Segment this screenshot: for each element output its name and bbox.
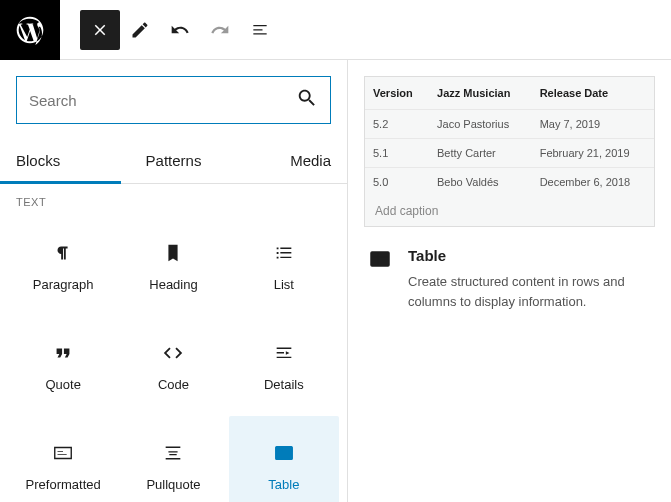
tab-blocks[interactable]: Blocks	[0, 140, 121, 184]
document-overview-button[interactable]	[240, 10, 280, 50]
block-preformatted[interactable]: Preformatted	[8, 416, 118, 502]
block-info-title: Table	[408, 247, 651, 264]
block-details[interactable]: Details	[229, 316, 339, 416]
heading-icon	[161, 241, 185, 265]
wordpress-logo[interactable]	[0, 0, 60, 60]
code-icon	[161, 341, 185, 365]
preview-panel: Version Jazz Musician Release Date 5.2 J…	[348, 60, 671, 502]
block-table[interactable]: Table	[229, 416, 339, 502]
top-toolbar	[0, 0, 671, 60]
preview-table: Version Jazz Musician Release Date 5.2 J…	[365, 77, 654, 196]
block-list[interactable]: List	[229, 216, 339, 316]
block-quote[interactable]: Quote	[8, 316, 118, 416]
th-musician: Jazz Musician	[429, 77, 532, 110]
block-heading[interactable]: Heading	[118, 216, 228, 316]
table-row: 5.1 Betty Carter February 21, 2019	[365, 139, 654, 168]
inserter-tabs: Blocks Patterns Media	[0, 140, 347, 184]
svg-rect-1	[371, 252, 389, 266]
svg-rect-0	[276, 446, 293, 459]
caption-placeholder[interactable]: Add caption	[365, 196, 654, 226]
tab-patterns[interactable]: Patterns	[121, 140, 226, 183]
th-date: Release Date	[532, 77, 654, 110]
search-input[interactable]	[29, 92, 296, 109]
details-icon	[272, 341, 296, 365]
table-row: 5.0 Bebo Valdés December 6, 2018	[365, 168, 654, 197]
blocks-grid: Paragraph Heading List Quote Code	[0, 216, 347, 502]
quote-icon	[51, 341, 75, 365]
tab-media[interactable]: Media	[226, 140, 347, 183]
block-pullquote[interactable]: Pullquote	[118, 416, 228, 502]
close-inserter-button[interactable]	[80, 10, 120, 50]
block-paragraph[interactable]: Paragraph	[8, 216, 118, 316]
block-info: Table Create structured content in rows …	[364, 243, 655, 315]
tools-button[interactable]	[120, 10, 160, 50]
block-inserter-panel: Blocks Patterns Media TEXT Paragraph Hea…	[0, 60, 348, 502]
search-icon	[296, 87, 318, 113]
table-icon	[272, 441, 296, 465]
pullquote-icon	[161, 441, 185, 465]
table-info-icon	[368, 247, 392, 275]
preformatted-icon	[51, 441, 75, 465]
list-icon	[272, 241, 296, 265]
block-info-description: Create structured content in rows and co…	[408, 272, 651, 311]
block-preview: Version Jazz Musician Release Date 5.2 J…	[364, 76, 655, 227]
table-row: 5.2 Jaco Pastorius May 7, 2019	[365, 110, 654, 139]
paragraph-icon	[51, 241, 75, 265]
th-version: Version	[365, 77, 429, 110]
category-label: TEXT	[0, 184, 347, 216]
block-code[interactable]: Code	[118, 316, 228, 416]
search-box[interactable]	[16, 76, 331, 124]
undo-button[interactable]	[160, 10, 200, 50]
redo-button[interactable]	[200, 10, 240, 50]
